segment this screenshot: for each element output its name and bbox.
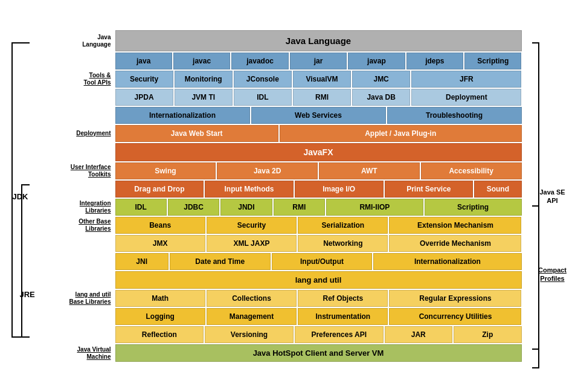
cell-javafx: JavaFX <box>115 143 522 161</box>
cell-jdeps: jdeps <box>406 53 463 69</box>
ui-label-1: User Interface Toolkits <box>69 162 114 179</box>
cell-versioning: Versioning <box>205 326 294 343</box>
other-label-1: Other Base Libraries <box>69 217 114 234</box>
tools-row-1: Tools java javac javadoc jar javap jdeps… <box>69 53 522 69</box>
cell-applet: Applet / Java Plug-in <box>280 125 522 142</box>
other-row-2: JMX XML JAXP Networking Override Mechani… <box>69 235 522 252</box>
tools-row-2: Tools & Tool APIs Security Monitoring JC… <box>69 71 522 88</box>
main-diagram: Java Language Java Language Tools java j… <box>69 30 522 362</box>
cell-jndi: JNDI <box>220 199 272 216</box>
cell-swing: Swing <box>115 162 216 179</box>
cell-security-tools: Security <box>115 71 173 88</box>
cell-extension: Extension Mechanism <box>389 217 521 234</box>
cell-logging: Logging <box>115 308 205 325</box>
other-row-3: JNI Date and Time Input/Output Internati… <box>69 253 522 270</box>
cell-javadb: Java DB <box>352 89 410 106</box>
cell-java2d: Java 2D <box>217 162 318 179</box>
cell-jdbc: JDBC <box>168 199 219 216</box>
lang-row-1: lang and util Base Libraries Math Collec… <box>69 290 522 307</box>
cell-concurrency: Concurrency Utilities <box>389 308 521 325</box>
cell-jni: JNI <box>115 253 169 270</box>
cell-jvmti: JVM TI <box>175 89 233 106</box>
cell-reflection: Reflection <box>115 326 204 343</box>
deployment-row: Deployment Java Web Start Applet / Java … <box>69 125 522 142</box>
cell-xmljaxp: XML JAXP <box>207 235 297 252</box>
cell-troubleshooting: Troubleshooting <box>387 107 522 124</box>
cell-jpda: JPDA <box>115 89 173 106</box>
cell-math: Math <box>115 290 205 307</box>
cell-scripting-int: Scripting <box>425 199 522 216</box>
cell-inputoutput: Input/Output <box>272 253 373 270</box>
cell-networking: Networking <box>298 235 388 252</box>
cell-preferencesapi: Preferences API <box>295 326 384 343</box>
cell-jar-lang: JAR <box>385 326 453 343</box>
javafx-row: JavaFX <box>69 143 522 161</box>
ui-row-1: User Interface Toolkits Swing Java 2D AW… <box>69 162 522 179</box>
integration-row: Integration Libraries IDL JDBC JNDI RMI … <box>69 199 522 216</box>
cell-idl-int: IDL <box>115 199 167 216</box>
jvm-row: Java Virtual Machine Java HotSpot Client… <box>69 344 522 362</box>
cell-jvm: Java HotSpot Client and Server VM <box>115 344 522 362</box>
integration-label: Integration Libraries <box>69 199 114 216</box>
tools-label-2: Tools & Tool APIs <box>69 71 114 88</box>
cell-sound: Sound <box>474 181 521 198</box>
cell-jfr: JFR <box>411 71 521 88</box>
java-language-label-cell: Java Language <box>69 30 114 51</box>
lang-util-spacer <box>69 271 114 289</box>
java-language-cell: Java Language <box>115 30 522 51</box>
cell-deployment: Deployment <box>411 89 521 106</box>
ui-row-2: Drag and Drop Input Methods Image I/O Pr… <box>69 181 522 198</box>
lang-label-1: lang and util Base Libraries <box>69 290 114 307</box>
tools-row-3: JPDA JVM TI IDL RMI Java DB Deployment <box>69 89 522 106</box>
jre-label: JRE <box>20 290 35 299</box>
cell-rmiiop: RMI-IIOP <box>326 199 423 216</box>
diagram-container: JDK JRE Java Language Java Language Tool… <box>0 0 578 392</box>
cell-zip: Zip <box>454 326 522 343</box>
cell-draganddrop: Drag and Drop <box>115 181 204 198</box>
jre-bracket-area <box>21 184 30 338</box>
jdk-label: JDK <box>13 191 28 201</box>
cell-javawebstart: Java Web Start <box>115 125 278 142</box>
cell-refobjects: Ref Objects <box>298 290 388 307</box>
full-layout: JDK JRE Java Language Java Language Tool… <box>11 30 567 362</box>
cell-rmi: RMI <box>293 89 351 106</box>
jvm-label: Java Virtual Machine <box>69 344 114 362</box>
cell-security-other: Security <box>207 217 297 234</box>
javafx-label-spacer <box>69 143 114 161</box>
section-java-language: Java Language Java Language <box>69 30 522 51</box>
cell-printservice: Print Service <box>385 181 474 198</box>
cell-accessibility: Accessibility <box>421 162 522 179</box>
cell-jmx: JMX <box>115 235 205 252</box>
cell-internationalization-other: Internationalization <box>373 253 521 270</box>
cell-serialization: Serialization <box>298 217 388 234</box>
cell-override: Override Mechanism <box>389 235 521 252</box>
cell-jmc: JMC <box>352 71 410 88</box>
tools-row-4: Internationalization Web Services Troubl… <box>69 107 522 124</box>
cell-javap: javap <box>348 53 405 69</box>
cell-scripting: Scripting <box>464 53 521 69</box>
cell-inputmethods: Input Methods <box>205 181 294 198</box>
cell-idl: IDL <box>234 89 292 106</box>
cell-datetime: Date and Time <box>170 253 271 270</box>
cell-javac: javac <box>173 53 230 69</box>
lang-row-2: Logging Management Instrumentation Concu… <box>69 308 522 325</box>
cell-visualvm: VisualVM <box>293 71 351 88</box>
java-se-api-label: Java SE API <box>538 187 567 205</box>
cell-instrumentation: Instrumentation <box>298 308 388 325</box>
cell-awt: AWT <box>319 162 420 179</box>
compact-profiles-label: Compact Profiles <box>538 266 567 283</box>
lang-util-header-row: lang and util <box>69 271 522 289</box>
cell-langutil-header: lang and util <box>115 271 522 289</box>
cell-regex: Regular Expressions <box>389 290 521 307</box>
cell-javadoc: javadoc <box>231 53 288 69</box>
cell-rmi-int: RMI <box>274 199 325 216</box>
cell-java: java <box>115 53 172 69</box>
deployment-label: Deployment <box>69 125 114 142</box>
cell-webservices: Web Services <box>251 107 386 124</box>
cell-jconsole: JConsole <box>234 71 292 88</box>
cell-intl: Internationalization <box>115 107 250 124</box>
lang-row-3: Reflection Versioning Preferences API JA… <box>69 326 522 343</box>
other-row-1: Other Base Libraries Beans Security Seri… <box>69 217 522 234</box>
cell-beans: Beans <box>115 217 205 234</box>
cell-jar: jar <box>290 53 347 69</box>
